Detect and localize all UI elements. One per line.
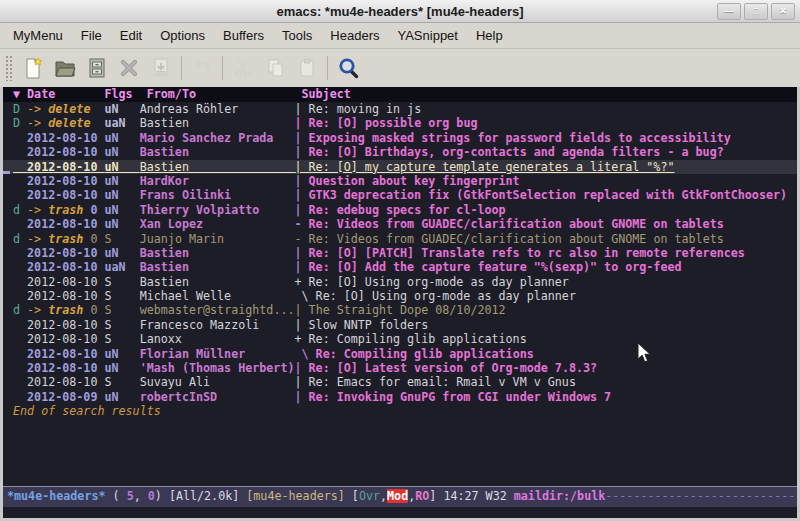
menu-item-edit[interactable]: Edit <box>111 25 151 46</box>
close-button[interactable]: ✕ <box>771 3 795 20</box>
mu4e-headers-buffer: ▼ Date Flgs From/To Subject D -> delete … <box>3 87 797 518</box>
message-row[interactable]: 2012-08-10 uN HardKor | Question about k… <box>3 174 797 188</box>
message-row[interactable]: 2012-08-10 uN Xan Lopez - Re: Videos fro… <box>3 217 797 231</box>
menu-item-yasnippet[interactable]: YASnippet <box>388 25 466 46</box>
minimize-button[interactable]: — <box>717 3 741 20</box>
emacs-window: emacs: *mu4e-headers* [mu4e-headers] —□✕… <box>0 0 800 521</box>
message-row[interactable]: 2012-08-10 S Bastien + Re: [O] Using org… <box>3 275 797 289</box>
message-row[interactable]: 2012-08-10 S Suvayu Ali | Re: Emacs for … <box>3 375 797 389</box>
menu-item-headers[interactable]: Headers <box>321 25 388 46</box>
menu-item-mymenu[interactable]: MyMenu <box>4 25 72 46</box>
menu-item-tools[interactable]: Tools <box>273 25 321 46</box>
paste-icon[interactable] <box>291 53 323 83</box>
toolbar <box>0 49 800 87</box>
message-row[interactable]: 2012-08-10 uN Bastien | Re: [O] Birthday… <box>3 145 797 159</box>
toolbar-grip-handle[interactable] <box>5 55 14 81</box>
menu-item-buffers[interactable]: Buffers <box>214 25 273 46</box>
maximize-button[interactable]: □ <box>744 3 768 20</box>
message-row[interactable]: d -> trash 0 S webmaster@straightd...| T… <box>3 303 797 317</box>
message-row[interactable]: 2012-08-10 uN Florian Müllner \ Re: Comp… <box>3 347 797 361</box>
fringe-cursor-marker <box>3 171 10 174</box>
window-title: emacs: *mu4e-headers* [mu4e-headers] <box>0 4 800 19</box>
menu-item-file[interactable]: File <box>72 25 111 46</box>
message-row[interactable]: 2012-08-09 uN robertcInSD | Re: Invoking… <box>3 390 797 404</box>
message-row[interactable]: 2012-08-10 S Francesco Mazzoli | Slow NN… <box>3 318 797 332</box>
message-row[interactable]: 2012-08-10 S Michael Welle \ Re: [O] Usi… <box>3 289 797 303</box>
toolbar-separator <box>222 56 223 80</box>
headers-column-header[interactable]: ▼ Date Flgs From/To Subject <box>3 87 797 102</box>
modeline[interactable]: *mu4e-headers* ( 5, 0) [All/2.0k] [mu4e-… <box>3 486 797 507</box>
message-row[interactable]: 2012-08-10 uaN Bastien | Re: [O] Add the… <box>3 260 797 274</box>
new-file-icon[interactable] <box>17 53 49 83</box>
menu-item-options[interactable]: Options <box>151 25 214 46</box>
toolbar-separator <box>327 56 328 80</box>
message-row[interactable]: 2012-08-10 uN Mario Sanchez Prada | Expo… <box>3 131 797 145</box>
copy-icon[interactable] <box>259 53 291 83</box>
message-row-current[interactable]: 2012-08-10 uN Bastien | Re: [O] my captu… <box>3 160 797 174</box>
save-as-icon[interactable] <box>145 53 177 83</box>
message-row[interactable]: d -> trash 0 uN Thierry Volpiatto | Re: … <box>3 203 797 217</box>
message-row[interactable]: 2012-08-10 uN Frans Oilinki | GTK3 depre… <box>3 188 797 202</box>
minibuffer-echo-area[interactable] <box>3 507 797 518</box>
save-icon[interactable] <box>81 53 113 83</box>
message-row[interactable]: 2012-08-10 S Lanoxx + Re: Compiling glib… <box>3 332 797 346</box>
cut-icon[interactable] <box>227 53 259 83</box>
search-icon[interactable] <box>332 53 364 83</box>
message-list: D -> delete uN Andreas Röhler | Re: movi… <box>3 102 797 404</box>
window-controls: —□✕ <box>717 3 795 20</box>
toolbar-separator <box>181 56 182 80</box>
undo-icon[interactable] <box>186 53 218 83</box>
menu-item-help[interactable]: Help <box>467 25 512 46</box>
titlebar[interactable]: emacs: *mu4e-headers* [mu4e-headers] —□✕ <box>0 0 800 23</box>
message-row[interactable]: D -> delete uaN Bastien | Re: [O] possib… <box>3 116 797 130</box>
message-row[interactable]: 2012-08-10 uN Bastien | Re: [O] [PATCH] … <box>3 246 797 260</box>
menubar: MyMenuFileEditOptionsBuffersToolsHeaders… <box>0 23 800 49</box>
empty-buffer-space <box>3 419 797 486</box>
message-row[interactable]: 2012-08-10 uN 'Mash (Thomas Herbert)| Re… <box>3 361 797 375</box>
message-row[interactable]: d -> trash 0 S Juanjo Marin - Re: Videos… <box>3 232 797 246</box>
open-folder-icon[interactable] <box>49 53 81 83</box>
close-buffer-icon[interactable] <box>113 53 145 83</box>
end-of-search-results: End of search results <box>3 404 797 418</box>
message-row[interactable]: D -> delete uN Andreas Röhler | Re: movi… <box>3 102 797 116</box>
